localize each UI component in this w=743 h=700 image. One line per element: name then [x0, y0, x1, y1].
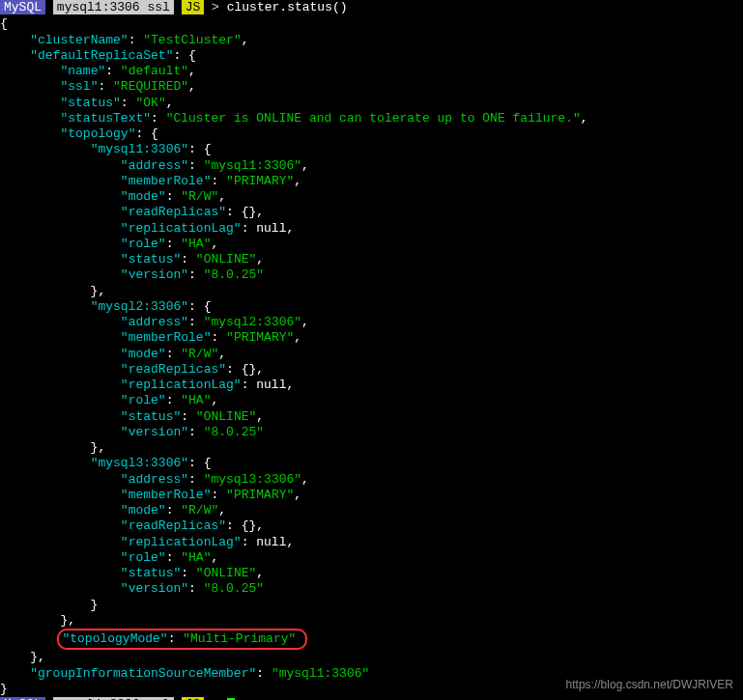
command-text[interactable]: cluster.status(): [227, 0, 348, 14]
prompt-line-1: MySQL mysql1:3306 ssl JS > cluster.statu…: [0, 0, 743, 15]
json-output: { "clusterName": "TestCluster", "default…: [0, 16, 743, 697]
terminal-output: MySQL mysql1:3306 ssl JS > cluster.statu…: [0, 0, 743, 700]
prompt-arrow: >: [212, 0, 219, 14]
js-mode-badge: JS: [182, 0, 205, 14]
mysql-badge: MySQL: [0, 0, 45, 14]
host-badge: mysql1:3306 ssl: [53, 0, 174, 14]
watermark: https://blog.csdn.net/DWJRIVER: [566, 678, 733, 692]
highlight-topology-mode: "topologyMode": "Multi-Primary": [57, 629, 307, 650]
